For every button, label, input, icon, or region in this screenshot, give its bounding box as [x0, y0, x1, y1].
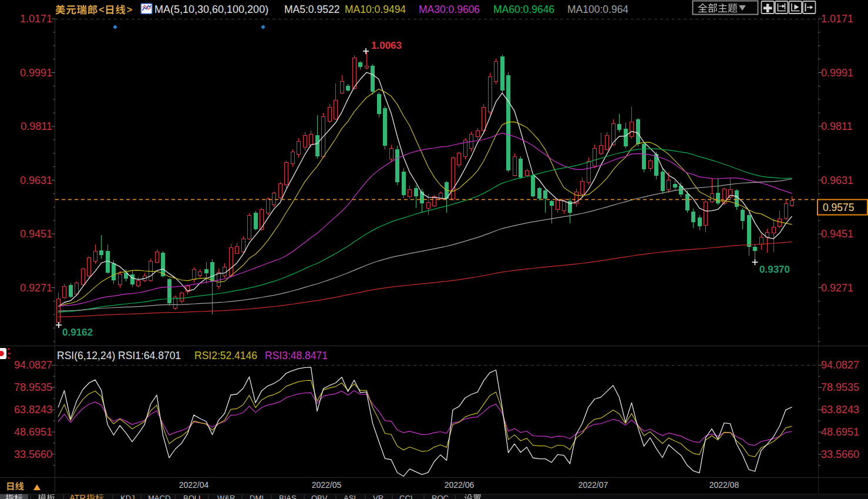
svg-text:RSI(6,12,24) RSI1:64.8701: RSI(6,12,24) RSI1:64.8701 [57, 350, 181, 361]
svg-text:0.9631: 0.9631 [20, 175, 52, 186]
svg-text:0.9370: 0.9370 [759, 264, 790, 275]
svg-text:0.9575: 0.9575 [823, 202, 854, 213]
svg-text:78.9535: 78.9535 [821, 381, 859, 393]
svg-text:ASI: ASI [344, 494, 356, 499]
svg-text:VR: VR [373, 494, 383, 499]
svg-text:RSI3:48.8471: RSI3:48.8471 [265, 350, 328, 361]
svg-text:ATR: ATR [69, 493, 86, 499]
svg-text:1.0171: 1.0171 [821, 13, 853, 25]
svg-text:1.0171: 1.0171 [20, 13, 52, 25]
svg-text:0.9631: 0.9631 [821, 175, 853, 186]
svg-text:W&R: W&R [217, 494, 235, 499]
svg-text:63.8243: 63.8243 [821, 404, 859, 416]
svg-text:94.0827: 94.0827 [14, 359, 52, 371]
svg-text:2022/06: 2022/06 [445, 480, 475, 490]
svg-text:MA5:0.9522: MA5:0.9522 [284, 4, 339, 15]
svg-text:BOLL: BOLL [183, 494, 203, 499]
svg-text:BIAS: BIAS [279, 494, 297, 499]
svg-text:0.9991: 0.9991 [20, 67, 52, 79]
svg-text:33.5660: 33.5660 [821, 448, 859, 460]
svg-text:MA30:0.9606: MA30:0.9606 [419, 4, 480, 15]
svg-text:0.9451: 0.9451 [20, 228, 52, 240]
svg-text:2022/05: 2022/05 [312, 480, 342, 490]
svg-text:48.6951: 48.6951 [821, 426, 859, 438]
svg-text:MA100:0.964: MA100:0.964 [567, 4, 628, 15]
svg-text:RSI2:52.4146: RSI2:52.4146 [194, 350, 257, 361]
svg-text:2022/08: 2022/08 [709, 480, 739, 490]
svg-text:0.9811: 0.9811 [821, 120, 853, 132]
svg-text:MA10:0.9494: MA10:0.9494 [345, 4, 406, 15]
svg-text:KDJ: KDJ [120, 494, 135, 499]
svg-text:33.5660: 33.5660 [14, 448, 52, 460]
svg-text:48.6951: 48.6951 [14, 426, 52, 438]
svg-text:0.9451: 0.9451 [821, 228, 853, 240]
svg-text:ROC: ROC [432, 494, 449, 499]
svg-text:0.9271: 0.9271 [20, 282, 52, 294]
svg-text:1.0063: 1.0063 [371, 40, 402, 51]
svg-text:MACD: MACD [148, 494, 170, 499]
svg-text:MA(5,10,30,60,100,200): MA(5,10,30,60,100,200) [154, 4, 268, 15]
svg-text:2022/07: 2022/07 [578, 480, 608, 490]
svg-text:78.9535: 78.9535 [14, 381, 52, 393]
svg-text:MA60:0.9646: MA60:0.9646 [493, 4, 554, 15]
svg-text:>: > [127, 5, 132, 15]
svg-text:0.9271: 0.9271 [821, 282, 853, 294]
svg-text:CCI: CCI [399, 494, 412, 499]
svg-text:<: < [99, 5, 104, 15]
svg-text:0.9811: 0.9811 [21, 120, 52, 132]
svg-text:63.8243: 63.8243 [14, 404, 52, 416]
svg-text:0.9162: 0.9162 [62, 327, 93, 338]
svg-text:94.0827: 94.0827 [821, 359, 859, 371]
svg-text:OBV: OBV [311, 494, 328, 499]
svg-text:0.9991: 0.9991 [821, 67, 853, 79]
svg-text:2022/04: 2022/04 [179, 480, 209, 490]
svg-text:DMI: DMI [250, 494, 264, 499]
